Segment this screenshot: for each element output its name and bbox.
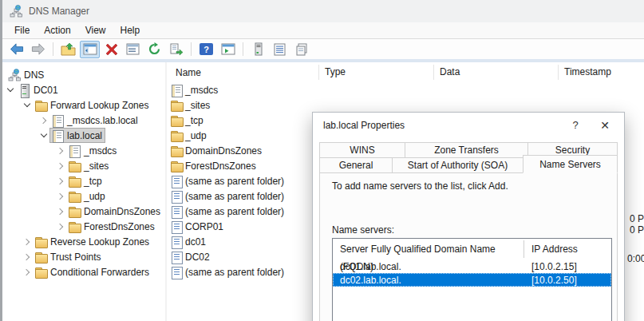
dialog-close-button[interactable]: ✕ bbox=[596, 119, 614, 132]
record-icon bbox=[170, 236, 183, 248]
table-row-dc01[interactable]: dc01.lab.local. [10.0.2.15] bbox=[333, 260, 611, 273]
window-title: DNS Manager bbox=[29, 6, 89, 17]
chevron-right-icon[interactable] bbox=[54, 204, 66, 219]
list-item-label: _tcp bbox=[185, 115, 203, 126]
menu-view[interactable]: View bbox=[78, 22, 113, 38]
tab-general[interactable]: General bbox=[319, 157, 393, 173]
dialog-tabs: WINS Zone Transfers Security General Sta… bbox=[313, 137, 624, 173]
folder-icon bbox=[68, 205, 81, 218]
folder-icon bbox=[68, 190, 81, 203]
tree-item-label: Reverse Lookup Zones bbox=[50, 236, 149, 248]
title-bar: DNS Manager bbox=[2, 0, 644, 22]
list-item-msdcs[interactable]: _msdcs bbox=[167, 82, 644, 97]
list-item-label: (same as parent folder) bbox=[185, 267, 284, 278]
up-one-level-button[interactable] bbox=[58, 41, 78, 58]
tree-item-msdcs-lab-local[interactable]: _msdcs.lab.local bbox=[2, 113, 165, 128]
new-window-button[interactable] bbox=[218, 41, 238, 58]
table-row-dc02[interactable]: dc02.lab.local. [10.0.2.50] bbox=[333, 273, 611, 287]
tree-item-trust-points[interactable]: Trust Points bbox=[2, 249, 165, 264]
properties-button[interactable] bbox=[123, 41, 143, 58]
list-item-label: CORP01 bbox=[185, 221, 223, 232]
delete-button[interactable] bbox=[101, 41, 121, 58]
list-header: Name Type Data Timestamp bbox=[167, 62, 644, 82]
tab-wins[interactable]: WINS bbox=[319, 142, 405, 158]
folder-icon bbox=[68, 175, 81, 188]
copy-button[interactable] bbox=[291, 41, 311, 58]
tab-start-of-authority[interactable]: Start of Authority (SOA) bbox=[392, 157, 523, 173]
dialog-title-bar: lab.local Properties ? ✕ bbox=[313, 113, 624, 137]
tree-item-label: _udp bbox=[84, 191, 105, 202]
column-header-data[interactable]: Data bbox=[433, 65, 558, 80]
chevron-down-icon[interactable] bbox=[21, 97, 33, 113]
chevron-right-icon[interactable] bbox=[21, 264, 33, 279]
folder-icon bbox=[34, 99, 47, 112]
chevron-right-icon[interactable] bbox=[54, 219, 66, 234]
tab-zone-transfers[interactable]: Zone Transfers bbox=[405, 142, 528, 158]
column-header-name[interactable]: Name bbox=[167, 67, 318, 78]
chevron-right-icon[interactable] bbox=[38, 113, 49, 128]
chevron-right-icon[interactable] bbox=[54, 188, 66, 204]
folder-icon bbox=[170, 145, 183, 157]
ip-cell: [10.0.2.15] bbox=[524, 261, 611, 272]
chevron-right-icon[interactable] bbox=[21, 234, 33, 249]
server-tool-button[interactable] bbox=[248, 41, 268, 58]
chevron-right-icon[interactable] bbox=[21, 249, 33, 264]
tree-item-udp[interactable]: _udp bbox=[2, 188, 165, 204]
export-list-button[interactable] bbox=[166, 41, 186, 58]
tree-item-lab-local[interactable]: lab.local bbox=[2, 128, 165, 143]
record-icon bbox=[170, 251, 183, 264]
toolbar-separator bbox=[243, 42, 243, 56]
column-header-fqdn[interactable]: Server Fully Qualified Domain Name (FQDN… bbox=[333, 240, 524, 258]
refresh-button[interactable] bbox=[144, 41, 164, 58]
name-servers-tab-panel: To add name servers to the list, click A… bbox=[319, 172, 618, 321]
tree-item-sites[interactable]: _sites bbox=[2, 158, 165, 173]
tree-item-label: ForestDnsZones bbox=[84, 221, 155, 232]
chevron-right-icon[interactable] bbox=[54, 143, 66, 158]
chevron-down-icon[interactable] bbox=[38, 128, 49, 143]
record-list-button[interactable] bbox=[270, 41, 290, 58]
column-header-type[interactable]: Type bbox=[318, 65, 433, 80]
dialog-help-button[interactable]: ? bbox=[567, 119, 583, 131]
tree-item-domaindnszones[interactable]: DomainDnsZones bbox=[2, 204, 165, 219]
chevron-right-icon[interactable] bbox=[54, 158, 66, 173]
forward-button[interactable] bbox=[28, 41, 48, 58]
tree-item-label: _msdcs.lab.local bbox=[67, 115, 138, 126]
menu-help[interactable]: Help bbox=[113, 22, 148, 38]
help-button[interactable]: ? bbox=[196, 41, 216, 58]
folder-icon bbox=[34, 236, 47, 248]
list-item-label: DC02 bbox=[185, 252, 210, 263]
tab-name-servers[interactable]: Name Servers bbox=[523, 155, 618, 173]
console-tree: DNS DC01 Forward Lookup Zones _msdcs.lab… bbox=[2, 62, 165, 321]
column-header-timestamp[interactable]: Timestamp bbox=[558, 65, 644, 80]
tree-item-dc01[interactable]: DC01 bbox=[2, 82, 165, 97]
tree-item-label: _msdcs bbox=[84, 145, 117, 157]
tree-item-msdcs[interactable]: _msdcs bbox=[2, 143, 165, 158]
list-item-sites[interactable]: _sites bbox=[167, 97, 644, 113]
menu-action[interactable]: Action bbox=[37, 22, 77, 38]
tree-item-tcp[interactable]: _tcp bbox=[2, 173, 165, 188]
fqdn-cell: dc02.lab.local. bbox=[333, 275, 524, 286]
tree-item-forestdnszones[interactable]: ForestDnsZones bbox=[2, 219, 165, 234]
menu-bar: File Action View Help bbox=[2, 22, 644, 38]
tree-item-reverse-lookup-zones[interactable]: Reverse Lookup Zones bbox=[2, 234, 165, 249]
tree-item-forward-lookup-zones[interactable]: Forward Lookup Zones bbox=[2, 97, 165, 113]
zone-icon bbox=[68, 145, 81, 157]
fqdn-cell: dc01.lab.local. bbox=[333, 261, 524, 272]
tree-item-conditional-forwarders[interactable]: Conditional Forwarders bbox=[2, 264, 165, 279]
menu-file[interactable]: File bbox=[7, 22, 37, 38]
folder-icon bbox=[34, 251, 47, 264]
chevron-down-icon[interactable] bbox=[4, 82, 16, 97]
folder-icon bbox=[68, 160, 81, 172]
tree-item-dns-root[interactable]: DNS bbox=[2, 67, 165, 82]
server-icon bbox=[18, 84, 30, 97]
tree-item-label: _sites bbox=[84, 160, 109, 172]
chevron-right-icon[interactable] bbox=[54, 173, 66, 188]
tree-item-label: lab.local bbox=[67, 130, 102, 141]
back-button[interactable] bbox=[6, 41, 26, 58]
tree-item-label: _tcp bbox=[84, 176, 102, 187]
column-header-ip-address[interactable]: IP Address bbox=[524, 244, 611, 255]
folder-icon bbox=[68, 220, 81, 233]
list-item-label: _msdcs bbox=[185, 85, 218, 96]
show-console-tree-button[interactable] bbox=[80, 41, 100, 58]
timestamp-fragment: 0 P bbox=[630, 213, 644, 224]
